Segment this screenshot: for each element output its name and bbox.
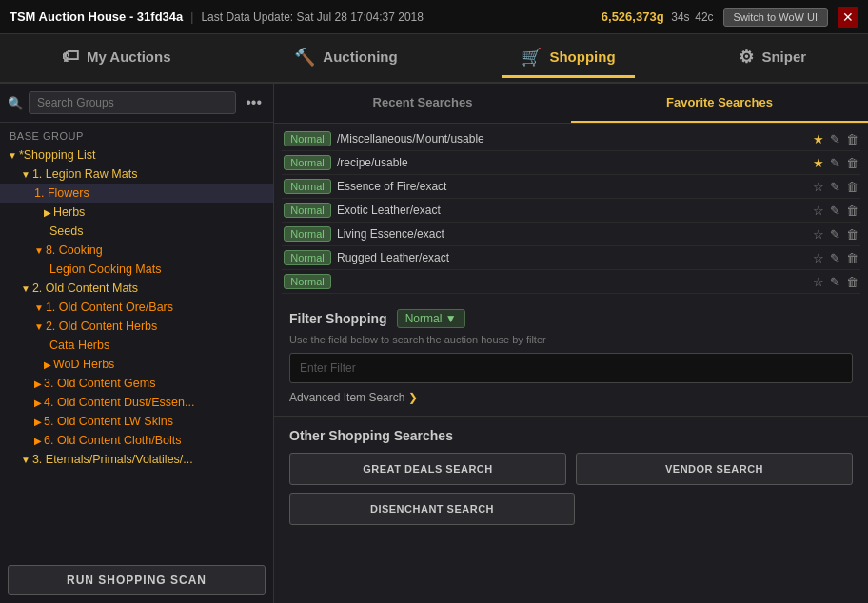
delete-icon[interactable]: 🗑 bbox=[846, 251, 858, 265]
item-label: 2. Old Content Mats bbox=[32, 282, 138, 295]
run-shopping-scan-button[interactable]: Run Shopping Scan bbox=[8, 565, 266, 595]
sidebar-item-cata-herbs[interactable]: Cata Herbs bbox=[0, 336, 273, 355]
sidebar-item-gems[interactable]: ▶ 3. Old Content Gems bbox=[0, 374, 273, 393]
search-row: Normal Exotic Leather/exact ☆ ✎ 🗑 bbox=[282, 199, 860, 223]
title-separator: | bbox=[190, 10, 193, 24]
sidebar-item-cooking[interactable]: ▼ 8. Cooking bbox=[0, 241, 273, 260]
arrow-icon: ▼ bbox=[34, 245, 44, 256]
delete-icon[interactable]: 🗑 bbox=[846, 227, 858, 242]
my-auctions-icon: 🏷 bbox=[62, 47, 79, 67]
item-label: Cata Herbs bbox=[49, 339, 109, 352]
arrow-icon: ▼ bbox=[21, 455, 30, 465]
tab-auctioning[interactable]: 🔨 Auctioning bbox=[275, 39, 416, 78]
disenchant-search-button[interactable]: Disenchant Search bbox=[289, 493, 575, 525]
arrow-icon: ▶ bbox=[44, 207, 51, 218]
vendor-search-button[interactable]: Vendor Search bbox=[576, 453, 853, 485]
delete-icon[interactable]: 🗑 bbox=[846, 132, 858, 146]
star-icon[interactable]: ☆ bbox=[813, 180, 824, 194]
sidebar-item-seeds[interactable]: Seeds bbox=[0, 222, 273, 241]
arrow-icon: ▼ bbox=[34, 302, 44, 313]
chevron-right-icon: ❯ bbox=[408, 391, 418, 404]
sidebar-search-bar: 🔍 ••• bbox=[0, 84, 273, 123]
search-icon: 🔍 bbox=[8, 96, 23, 110]
search-row: Normal Essence of Fire/exact ☆ ✎ 🗑 bbox=[282, 175, 860, 199]
edit-icon[interactable]: ✎ bbox=[830, 204, 840, 218]
sidebar-item-dust[interactable]: ▶ 4. Old Content Dust/Essen... bbox=[0, 393, 273, 412]
tab-shopping[interactable]: 🛒 Shopping bbox=[502, 39, 634, 78]
sidebar-item-eternals[interactable]: ▼ 3. Eternals/Primals/Volatiles/... bbox=[0, 450, 273, 469]
sidebar-item-shopping-list[interactable]: ▼ *Shopping List bbox=[0, 146, 273, 165]
sidebar-item-lw-skins[interactable]: ▶ 5. Old Content LW Skins bbox=[0, 412, 273, 431]
edit-icon[interactable]: ✎ bbox=[830, 132, 840, 146]
sidebar-item-flowers[interactable]: 1. Flowers bbox=[0, 184, 273, 203]
top-button-row: Great Deals Search Vendor Search bbox=[289, 453, 853, 485]
delete-icon[interactable]: 🗑 bbox=[846, 204, 858, 218]
title-bar: TSM Auction House - 31fd34a | Last Data … bbox=[0, 0, 868, 34]
arrow-icon: ▼ bbox=[21, 283, 30, 294]
arrow-icon: ▼ bbox=[21, 169, 30, 180]
star-icon[interactable]: ★ bbox=[813, 132, 824, 146]
sidebar-item-old-content-mats[interactable]: ▼ 2. Old Content Mats bbox=[0, 279, 273, 298]
item-label: 1. Old Content Ore/Bars bbox=[46, 301, 173, 314]
arrow-icon: ▶ bbox=[34, 436, 42, 446]
search-tag: Normal bbox=[284, 179, 331, 194]
advanced-link-text: Advanced Item Search bbox=[289, 391, 404, 404]
content-area: Recent Searches Favorite Searches Normal… bbox=[274, 84, 868, 603]
sidebar-item-legion-raw-mats[interactable]: ▼ 1. Legion Raw Mats bbox=[0, 165, 273, 184]
filter-section: Filter Shopping Normal ▼ Use the field b… bbox=[274, 298, 868, 417]
star-icon[interactable]: ☆ bbox=[813, 227, 824, 242]
app-title: TSM Auction House - 31fd34a bbox=[10, 10, 183, 24]
item-label: Seeds bbox=[49, 224, 83, 238]
switch-to-wow-btn[interactable]: Switch to WoW UI bbox=[723, 8, 828, 27]
advanced-item-search-link[interactable]: Advanced Item Search ❯ bbox=[289, 391, 853, 404]
edit-icon[interactable]: ✎ bbox=[830, 227, 840, 242]
delete-icon[interactable]: 🗑 bbox=[846, 156, 858, 170]
sidebar-item-legion-cooking-mats[interactable]: Legion Cooking Mats bbox=[0, 260, 273, 279]
sidebar-item-ore-bars[interactable]: ▼ 1. Old Content Ore/Bars bbox=[0, 298, 273, 317]
search-label: Essence of Fire/exact bbox=[337, 180, 807, 193]
item-label: 3. Old Content Gems bbox=[44, 377, 155, 390]
filter-input[interactable] bbox=[289, 353, 853, 383]
great-deals-search-button[interactable]: Great Deals Search bbox=[289, 453, 566, 485]
tree-container: Base Group ▼ *Shopping List ▼ 1. Legion … bbox=[0, 123, 273, 557]
edit-icon[interactable]: ✎ bbox=[830, 275, 840, 289]
tab-favorite-searches[interactable]: Favorite Searches bbox=[571, 84, 868, 123]
star-icon[interactable]: ☆ bbox=[813, 251, 824, 265]
arrow-icon: ▶ bbox=[34, 398, 42, 408]
item-label: WoD Herbs bbox=[53, 358, 114, 371]
arrow-icon: ▼ bbox=[8, 150, 17, 161]
edit-icon[interactable]: ✎ bbox=[830, 180, 840, 194]
tab-my-auctions[interactable]: 🏷 My Auctions bbox=[43, 39, 190, 77]
edit-icon[interactable]: ✎ bbox=[830, 156, 840, 170]
sidebar-item-old-herbs[interactable]: ▼ 2. Old Content Herbs bbox=[0, 317, 273, 336]
auctioning-icon: 🔨 bbox=[294, 47, 315, 68]
close-button[interactable]: ✕ bbox=[838, 7, 858, 28]
delete-icon[interactable]: 🗑 bbox=[846, 275, 858, 289]
item-label: 1. Legion Raw Mats bbox=[32, 167, 137, 181]
arrow-icon: ▼ bbox=[34, 321, 44, 332]
filter-dropdown[interactable]: Normal ▼ bbox=[397, 309, 465, 328]
search-tag: Normal bbox=[284, 131, 331, 146]
tab-recent-searches[interactable]: Recent Searches bbox=[274, 84, 571, 123]
star-icon[interactable]: ☆ bbox=[813, 275, 824, 289]
sidebar-item-herbs[interactable]: ▶ Herbs bbox=[0, 203, 273, 222]
item-label: Legion Cooking Mats bbox=[49, 263, 161, 276]
sniper-icon: ⚙ bbox=[739, 47, 754, 68]
shopping-icon: 🛒 bbox=[521, 47, 542, 68]
sidebar-item-cloth[interactable]: ▶ 6. Old Content Cloth/Bolts bbox=[0, 431, 273, 450]
more-options-button[interactable]: ••• bbox=[242, 92, 266, 113]
arrow-icon: ▶ bbox=[34, 417, 42, 427]
searches-header: Recent Searches Favorite Searches bbox=[274, 84, 868, 124]
tab-sniper[interactable]: ⚙ Sniper bbox=[720, 39, 825, 78]
star-icon[interactable]: ★ bbox=[813, 156, 824, 170]
sidebar-item-wod-herbs[interactable]: ▶ WoD Herbs bbox=[0, 355, 273, 374]
item-label: Herbs bbox=[53, 205, 85, 219]
star-icon[interactable]: ☆ bbox=[813, 204, 824, 218]
search-label: Exotic Leather/exact bbox=[337, 204, 807, 217]
item-label: 3. Eternals/Primals/Volatiles/... bbox=[32, 453, 193, 466]
edit-icon[interactable]: ✎ bbox=[830, 251, 840, 265]
item-label: 1. Flowers bbox=[34, 186, 89, 200]
item-label: 5. Old Content LW Skins bbox=[44, 415, 173, 428]
delete-icon[interactable]: 🗑 bbox=[846, 180, 858, 194]
search-groups-input[interactable] bbox=[29, 91, 236, 114]
